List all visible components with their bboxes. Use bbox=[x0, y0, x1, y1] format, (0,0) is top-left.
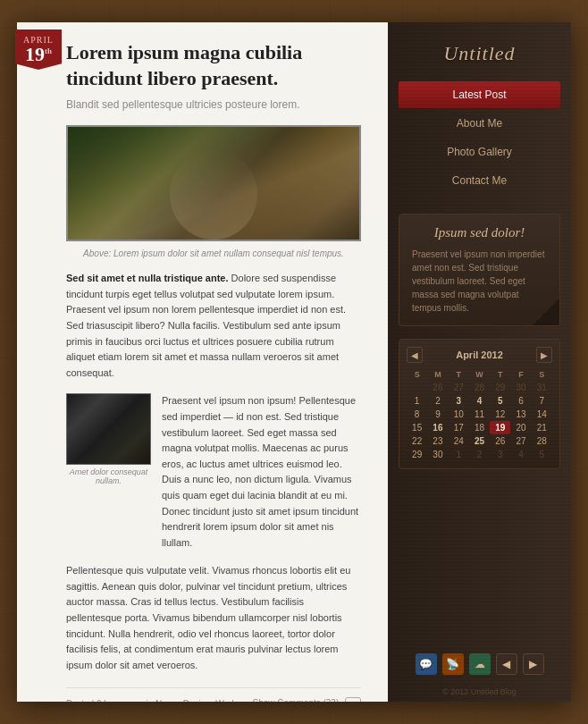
calendar-day[interactable]: 8 bbox=[407, 408, 427, 421]
calendar-day[interactable]: 17 bbox=[449, 421, 469, 434]
cal-day-thu: T bbox=[490, 368, 510, 381]
inline-image-wrapper: Amet dolor consequat nullam. bbox=[66, 393, 151, 551]
cal-day-sun: S bbox=[407, 368, 427, 381]
calendar-day[interactable]: 31 bbox=[532, 381, 552, 394]
nav-item-photo-gallery[interactable]: Photo Gallery bbox=[399, 139, 560, 165]
social-cloud-icon[interactable]: ☁ bbox=[469, 653, 491, 675]
sidebar-nav: Latest Post About Me Photo Gallery Conta… bbox=[388, 81, 571, 194]
calendar-day[interactable]: 3 bbox=[490, 448, 510, 461]
social-next-icon[interactable]: ▶ bbox=[523, 653, 544, 675]
cal-day-wed: W bbox=[469, 368, 490, 381]
calendar-day[interactable]: 6 bbox=[510, 394, 531, 408]
main-wrapper: April 19th Lorem ipsum magna cubilia tin… bbox=[17, 22, 571, 702]
ribbon-day: 19th bbox=[19, 45, 58, 64]
calendar-day[interactable]: 5 bbox=[532, 448, 552, 461]
calendar-next-btn[interactable]: ▶ bbox=[536, 347, 552, 363]
post-bold-intro: Sed sit amet et nulla tristique ante. bbox=[66, 273, 229, 283]
inline-section: Amet dolor consequat nullam. Praesent ve… bbox=[66, 393, 361, 551]
calendar-week-row: 262728293031 bbox=[407, 381, 552, 394]
calendar-box: ◀ April 2012 ▶ S M T W T F S bbox=[399, 339, 560, 469]
calendar-week-row: 22232425262728 bbox=[407, 434, 552, 448]
post-meta: Posted 6 hours ago in News, Design, Work bbox=[66, 699, 236, 702]
calendar-day[interactable]: 1 bbox=[449, 448, 469, 461]
calendar-day[interactable]: 15 bbox=[407, 421, 427, 434]
calendar-grid: S M T W T F S 26272829303112345678910111… bbox=[407, 368, 552, 461]
calendar-day[interactable]: 29 bbox=[490, 381, 510, 394]
comment-icon bbox=[345, 697, 361, 702]
social-prev-icon[interactable]: ◀ bbox=[496, 653, 517, 675]
calendar-day[interactable]: 11 bbox=[469, 408, 490, 421]
post-subtitle: Blandit sed pellentesque ultricies poste… bbox=[66, 98, 361, 111]
calendar-day[interactable]: 7 bbox=[532, 394, 552, 408]
calendar-month-label: April 2012 bbox=[456, 349, 503, 360]
post-body-text1: Dolore sed suspendisse tincidunt turpis … bbox=[66, 273, 346, 378]
calendar-day[interactable]: 2 bbox=[469, 448, 490, 461]
widget-curl bbox=[533, 299, 559, 325]
calendar-day[interactable]: 4 bbox=[510, 448, 531, 461]
calendar-day[interactable]: 5 bbox=[490, 394, 510, 408]
widget-title: Ipsum sed dolor! bbox=[412, 225, 547, 240]
calendar-header: ◀ April 2012 ▶ bbox=[407, 347, 552, 363]
calendar-day[interactable]: 23 bbox=[427, 434, 448, 448]
inline-text: Praesent vel ipsum non ipsum! Pellentesq… bbox=[162, 393, 361, 551]
calendar-week-row: 1234567 bbox=[407, 394, 552, 408]
post-body-paragraph1: Sed sit amet et nulla tristique ante. Do… bbox=[66, 271, 361, 381]
image-caption: Above: Lorem ipsum dolor sit amet nullam… bbox=[66, 248, 361, 258]
post-body-paragraph2: Pellentesque quis vulputate velit. Vivam… bbox=[66, 563, 361, 673]
calendar-day[interactable]: 20 bbox=[510, 421, 531, 434]
social-row: 💬 📡 ☁ ◀ ▶ bbox=[388, 644, 571, 682]
calendar-day[interactable]: 2 bbox=[427, 394, 448, 408]
nav-item-contact-me[interactable]: Contact Me bbox=[399, 167, 560, 194]
post-footer: Posted 6 hours ago in News, Design, Work… bbox=[66, 687, 361, 702]
calendar-day[interactable]: 24 bbox=[449, 434, 469, 448]
main-content-area: Lorem ipsum magna cubilia tincidunt libe… bbox=[17, 22, 388, 702]
widget-box: Ipsum sed dolor! Praesent vel ipsum non … bbox=[399, 214, 560, 326]
inline-image-caption: Amet dolor consequat nullam. bbox=[66, 467, 151, 485]
calendar-day[interactable]: 16 bbox=[427, 421, 448, 434]
calendar-day[interactable]: 10 bbox=[449, 408, 469, 421]
sidebar-footer: © 2012 Untitled Blog bbox=[388, 682, 571, 702]
inline-image bbox=[66, 393, 151, 465]
cal-day-mon: M bbox=[427, 368, 448, 381]
sidebar: Untitled Latest Post About Me Photo Gall… bbox=[388, 22, 571, 702]
calendar-day[interactable]: 1 bbox=[407, 394, 427, 408]
calendar-day[interactable]: 21 bbox=[532, 421, 552, 434]
cal-day-tue: T bbox=[449, 368, 469, 381]
calendar-day[interactable]: 27 bbox=[449, 381, 469, 394]
calendar-day[interactable]: 27 bbox=[510, 434, 531, 448]
calendar-day[interactable]: 22 bbox=[407, 434, 427, 448]
calendar-day[interactable] bbox=[407, 381, 427, 394]
calendar-day[interactable]: 30 bbox=[427, 448, 448, 461]
social-rss-icon[interactable]: 📡 bbox=[442, 653, 464, 675]
date-ribbon: April 19th bbox=[15, 29, 62, 70]
post-image-container bbox=[66, 125, 361, 241]
calendar-day[interactable]: 26 bbox=[490, 434, 510, 448]
nav-item-latest-post[interactable]: Latest Post bbox=[399, 81, 560, 108]
calendar-day[interactable]: 18 bbox=[469, 421, 490, 434]
social-chat-icon[interactable]: 💬 bbox=[416, 653, 437, 675]
post-main-image bbox=[66, 125, 361, 241]
calendar-week-row: 891011121314 bbox=[407, 408, 552, 421]
cal-day-fri: F bbox=[510, 368, 531, 381]
calendar-day[interactable]: 19 bbox=[490, 421, 510, 434]
calendar-week-row: 15161718192021 bbox=[407, 421, 552, 434]
cal-day-sat: S bbox=[532, 368, 552, 381]
calendar-day[interactable]: 30 bbox=[510, 381, 531, 394]
calendar-day[interactable]: 12 bbox=[490, 408, 510, 421]
calendar-day[interactable]: 25 bbox=[469, 434, 490, 448]
widget-text: Praesent vel ipsum non imperdiet amet no… bbox=[412, 248, 547, 315]
calendar-day[interactable]: 28 bbox=[469, 381, 490, 394]
site-title: Untitled bbox=[388, 22, 571, 81]
calendar-day[interactable]: 3 bbox=[449, 394, 469, 408]
calendar-day[interactable]: 28 bbox=[532, 434, 552, 448]
calendar-day[interactable]: 4 bbox=[469, 394, 490, 408]
calendar-prev-btn[interactable]: ◀ bbox=[407, 347, 423, 363]
calendar-day[interactable]: 13 bbox=[510, 408, 531, 421]
calendar-day[interactable]: 9 bbox=[427, 408, 448, 421]
nav-item-about-me[interactable]: About Me bbox=[399, 110, 560, 137]
calendar-day[interactable]: 26 bbox=[427, 381, 448, 394]
calendar-day[interactable]: 14 bbox=[532, 408, 552, 421]
post-title: Lorem ipsum magna cubilia tincidunt libe… bbox=[66, 40, 361, 91]
calendar-day[interactable]: 29 bbox=[407, 448, 427, 461]
show-comments-btn[interactable]: Show Comments (33) bbox=[253, 697, 361, 702]
